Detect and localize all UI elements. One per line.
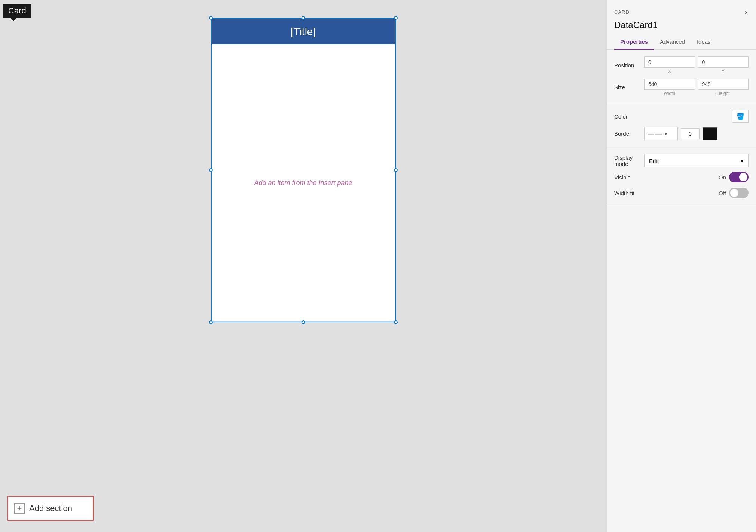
visible-toggle-slider (729, 172, 749, 182)
color-row: Color 🪣 (614, 110, 749, 123)
border-line-icon: —— (648, 130, 662, 138)
panel-card-type: CARD (614, 9, 630, 15)
size-height-input[interactable] (698, 79, 749, 90)
size-row: Size Width Height (614, 79, 749, 96)
add-section-label: Add section (29, 504, 72, 513)
width-fit-toggle-slider (729, 188, 749, 198)
position-inputs: X Y (644, 56, 749, 74)
tab-ideas[interactable]: Ideas (691, 35, 717, 50)
chevron-down-icon: ▾ (665, 131, 667, 136)
display-mode-value: Edit (649, 158, 659, 164)
border-row: Border —— ▾ (614, 127, 749, 140)
position-y-group: Y (698, 56, 749, 74)
visible-label: Visible (614, 174, 644, 181)
position-y-input[interactable] (698, 56, 749, 68)
width-fit-state-label: Off (719, 190, 726, 196)
border-label: Border (614, 130, 644, 137)
visible-toggle-group: On (719, 172, 749, 182)
size-width-group: Width (644, 79, 695, 96)
chevron-down-icon: ▾ (741, 157, 744, 164)
card-placeholder: Add an item from the Insert pane (254, 179, 352, 187)
handle-middle-left[interactable] (209, 168, 213, 172)
color-picker-button[interactable]: 🪣 (732, 110, 749, 123)
paint-bucket-icon: 🪣 (736, 112, 744, 120)
card-title-text: [Title] (291, 26, 316, 37)
size-inputs: Width Height (644, 79, 749, 96)
border-controls: —— ▾ (644, 127, 749, 140)
panel-close-button[interactable]: › (743, 7, 749, 18)
border-style-select[interactable]: —— ▾ (644, 127, 678, 140)
add-section-plus-icon: + (14, 503, 25, 514)
handle-bottom-center[interactable] (302, 320, 305, 324)
position-x-group: X (644, 56, 695, 74)
border-width-input[interactable] (681, 128, 700, 139)
position-label: Position (614, 62, 644, 68)
handle-bottom-left[interactable] (209, 320, 213, 324)
position-row: Position X Y (614, 56, 749, 74)
display-mode-label: Display mode (614, 154, 644, 167)
handle-top-left[interactable] (209, 16, 213, 20)
visible-toggle-knob (739, 173, 747, 181)
panel-component-name: DataCard1 (607, 18, 756, 30)
panel-tabs: Properties Advanced Ideas (607, 30, 756, 50)
size-label: Size (614, 84, 644, 90)
width-fit-row: Width fit Off (614, 188, 749, 198)
add-section-button[interactable]: + Add section (7, 496, 94, 521)
card-label: Card (8, 6, 26, 15)
width-fit-toggle-knob (730, 189, 738, 197)
size-height-group: Height (698, 79, 749, 96)
size-height-label: Height (717, 91, 730, 96)
data-card[interactable]: [Title] Add an item from the Insert pane (212, 19, 395, 322)
width-fit-toggle-group: Off (719, 188, 749, 198)
color-border-section: Color 🪣 Border —— ▾ (607, 103, 756, 147)
width-fit-label: Width fit (614, 190, 644, 196)
tab-properties[interactable]: Properties (614, 35, 654, 50)
canvas-area: Card [Title] Add an item from the Insert… (0, 0, 606, 532)
card-header: [Title] (212, 19, 395, 44)
card-tooltip: Card (3, 4, 31, 18)
position-x-label: X (668, 69, 671, 74)
width-fit-toggle[interactable] (729, 188, 749, 198)
size-width-input[interactable] (644, 79, 695, 90)
position-size-section: Position X Y Size (607, 50, 756, 103)
handle-middle-right[interactable] (394, 168, 398, 172)
card-body[interactable]: Add an item from the Insert pane (212, 44, 395, 321)
panel-header: CARD › (607, 0, 756, 18)
handle-top-right[interactable] (394, 16, 398, 20)
color-label: Color (614, 113, 644, 120)
display-mode-section: Display mode Edit ▾ Visible On (607, 147, 756, 205)
visible-state-label: On (719, 174, 726, 181)
properties-panel: CARD › DataCard1 Properties Advanced Ide… (606, 0, 756, 532)
display-mode-row: Display mode Edit ▾ (614, 154, 749, 167)
panel-content: Position X Y Size (607, 50, 756, 532)
visible-toggle[interactable] (729, 172, 749, 182)
handle-top-center[interactable] (302, 16, 305, 20)
position-x-input[interactable] (644, 56, 695, 68)
tab-advanced[interactable]: Advanced (654, 35, 691, 50)
card-container[interactable]: [Title] Add an item from the Insert pane (212, 19, 395, 322)
handle-bottom-right[interactable] (394, 320, 398, 324)
position-y-label: Y (722, 69, 725, 74)
size-width-label: Width (664, 91, 675, 96)
border-color-swatch[interactable] (703, 127, 717, 140)
close-icon: › (745, 8, 747, 16)
visible-row: Visible On (614, 172, 749, 182)
display-mode-select[interactable]: Edit ▾ (644, 154, 749, 167)
